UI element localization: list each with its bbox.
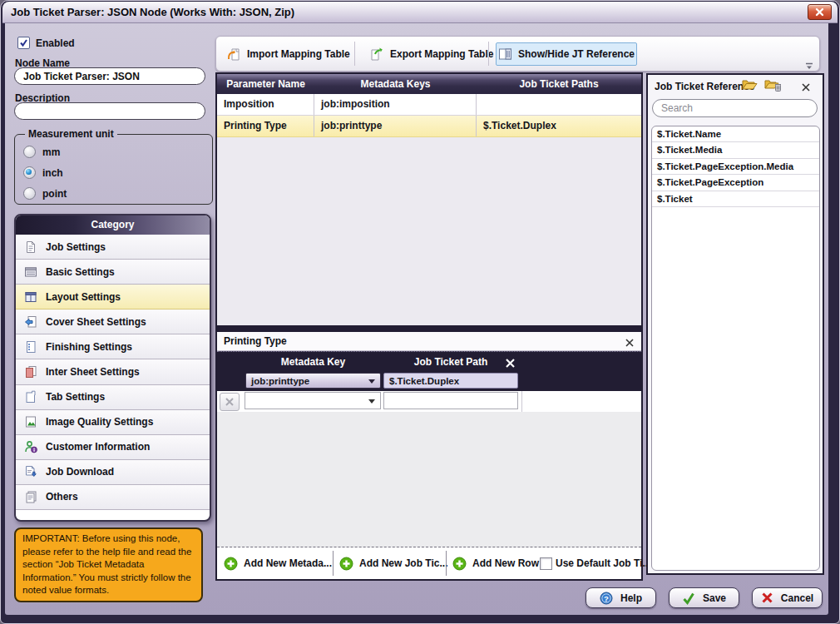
open-folder-button[interactable] [741, 78, 758, 95]
list-item-ticket-pageexception-media[interactable]: $.Ticket.PageException.Media [652, 159, 819, 175]
add-metadata-label: Add New Metada... [244, 557, 332, 569]
category-label: Inter Sheet Settings [46, 366, 140, 378]
layout-icon [22, 290, 39, 304]
list-item-ticket-media[interactable]: $.Ticket.Media [652, 142, 819, 158]
category-item-others[interactable]: Others [16, 485, 210, 510]
cell-metadata-key: job:imposition [314, 94, 477, 115]
close-icon [505, 358, 516, 369]
svg-text:?: ? [604, 593, 609, 602]
use-default-checkbox[interactable] [540, 557, 552, 570]
open-folder-icon [741, 78, 758, 92]
help-label: Help [620, 592, 642, 604]
detail-column-job-ticket-path: Job Ticket Path [383, 356, 518, 368]
column-divider [521, 391, 522, 412]
category-item-layout-settings[interactable]: Layout Settings [16, 285, 210, 310]
help-icon: ? [600, 592, 613, 605]
x-icon [761, 592, 773, 604]
toolbar-overflow-icon[interactable] [804, 59, 814, 67]
category-item-tab-settings[interactable]: Tab Settings [16, 385, 210, 410]
radio-icon[interactable] [23, 187, 36, 200]
search-input[interactable] [652, 99, 818, 117]
export-mapping-table-button[interactable]: Export Mapping Table [366, 42, 497, 67]
category-item-cover-sheet-settings[interactable]: Cover Sheet Settings [16, 310, 210, 334]
add-new-metadata-button[interactable]: Add New Metada... [224, 547, 332, 579]
action-bar-separator [446, 551, 447, 576]
person-icon [22, 440, 39, 454]
job-ticket-path-field[interactable]: $.Ticket.Duplex [383, 373, 518, 389]
download-icon [22, 465, 39, 479]
delete-row-button[interactable] [220, 393, 240, 411]
detail-column-delete-button[interactable] [505, 357, 516, 372]
enabled-checkbox-row[interactable]: Enabled [17, 37, 75, 49]
close-icon [625, 338, 635, 348]
cell-job-ticket-path: $.Ticket.Duplex [477, 116, 641, 136]
category-item-inter-sheet-settings[interactable]: Inter Sheet Settings [16, 359, 210, 384]
pages-icon [22, 490, 39, 504]
category-label: Cover Sheet Settings [46, 316, 146, 328]
use-default-checkbox-row[interactable]: Use Default Job Ti... [540, 547, 650, 579]
description-input[interactable] [14, 102, 205, 120]
folder-delete-button[interactable] [764, 78, 783, 96]
folder-delete-icon [764, 78, 783, 92]
export-label: Export Mapping Table [390, 48, 493, 60]
job-ticket-reference-panel: Job Ticket Reference $.Ticket.Name $.Tic… [646, 73, 824, 575]
detail-new-row [217, 391, 641, 412]
category-item-customer-information[interactable]: Customer Information [16, 435, 210, 460]
radio-mm-label: mm [42, 146, 60, 158]
mapping-area: Parameter Name Metadata Keys Job Ticket … [215, 72, 643, 581]
save-button[interactable]: Save [669, 587, 739, 608]
close-icon [225, 397, 235, 407]
important-note: IMPORTANT: Before using this node, pleas… [14, 527, 203, 602]
window-title: Job Ticket Parser: JSON Node (Works With… [2, 6, 294, 18]
chevron-down-icon [368, 379, 375, 384]
measurement-unit-legend: Measurement unit [25, 128, 117, 140]
reference-close-button[interactable] [801, 81, 811, 96]
detail-column-metadata-key: Metadata Key [245, 356, 381, 368]
table-row-printing-type-selected[interactable]: Printing Type job:printtype $.Ticket.Dup… [217, 116, 641, 137]
list-item-ticket-name[interactable]: $.Ticket.Name [652, 126, 819, 142]
help-button[interactable]: ? Help [586, 587, 656, 608]
plus-icon [339, 557, 353, 571]
toolbar-separator [488, 42, 489, 66]
node-name-input[interactable] [14, 67, 205, 85]
window-close-button[interactable] [808, 4, 832, 20]
add-new-row-button[interactable]: Add New Row [452, 547, 539, 579]
detail-close-button[interactable] [625, 336, 635, 351]
category-item-finishing-settings[interactable]: Finishing Settings [16, 334, 210, 359]
import-mapping-table-button[interactable]: Import Mapping Table [223, 42, 353, 67]
plus-icon [224, 557, 238, 571]
category-item-basic-settings[interactable]: Basic Settings [16, 260, 210, 285]
image-icon [22, 415, 39, 429]
panel-divider [217, 325, 641, 332]
category-label: Finishing Settings [46, 341, 132, 353]
radio-mm[interactable]: mm [23, 141, 212, 162]
close-icon [801, 82, 811, 92]
category-item-job-download[interactable]: Job Download [16, 460, 210, 485]
table-row-imposition[interactable]: Imposition job:imposition [217, 94, 641, 116]
use-default-label: Use Default Job Ti... [556, 557, 650, 569]
metadata-key-dropdown[interactable]: job:printtype [245, 373, 381, 389]
category-item-image-quality-settings[interactable]: Image Quality Settings [16, 410, 210, 435]
add-new-job-ticket-button[interactable]: Add New Job Tic... [339, 547, 447, 579]
radio-inch[interactable]: inch [23, 162, 212, 183]
list-item-ticket[interactable]: $.Ticket [652, 191, 819, 207]
enabled-checkbox[interactable] [17, 37, 30, 49]
category-label: Tab Settings [46, 391, 105, 403]
metadata-key-dropdown-empty[interactable] [245, 392, 381, 409]
cell-parameter: Printing Type [217, 116, 314, 136]
add-job-ticket-label: Add New Job Tic... [359, 557, 447, 569]
cancel-button[interactable]: Cancel [752, 587, 823, 608]
add-row-label: Add New Row [472, 557, 539, 569]
finishing-icon [22, 339, 39, 354]
job-ticket-path-input-empty[interactable] [383, 392, 518, 409]
list-icon [22, 265, 39, 279]
show-hide-jt-reference-button[interactable]: Show/Hide JT Reference [496, 42, 637, 66]
radio-selected-icon[interactable] [23, 166, 36, 179]
radio-point[interactable]: point [23, 183, 212, 204]
dropdown-value: job:printtype [251, 376, 309, 386]
radio-icon[interactable] [23, 146, 36, 158]
reference-panel-title: Job Ticket Reference [655, 81, 755, 92]
category-item-job-settings[interactable]: Job Settings [16, 235, 210, 260]
category-label: Job Settings [46, 241, 106, 253]
list-item-ticket-pageexception[interactable]: $.Ticket.PageException [652, 175, 819, 191]
